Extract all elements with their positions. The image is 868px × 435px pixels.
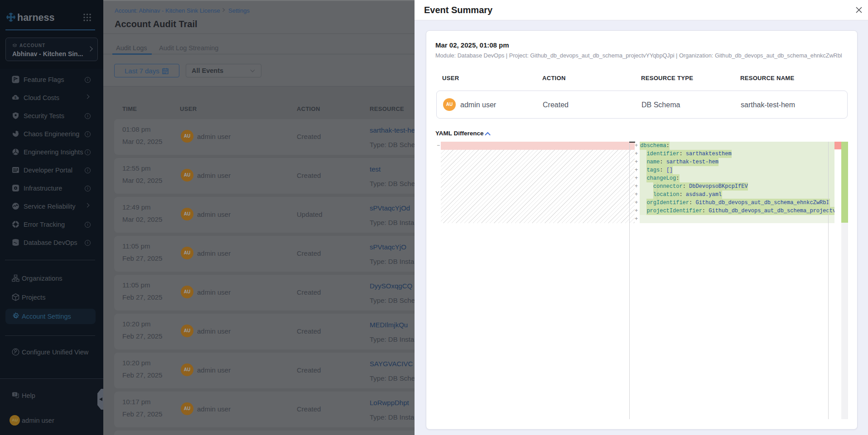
svg-text:?: ?	[14, 392, 16, 397]
svg-text:$: $	[14, 96, 17, 100]
